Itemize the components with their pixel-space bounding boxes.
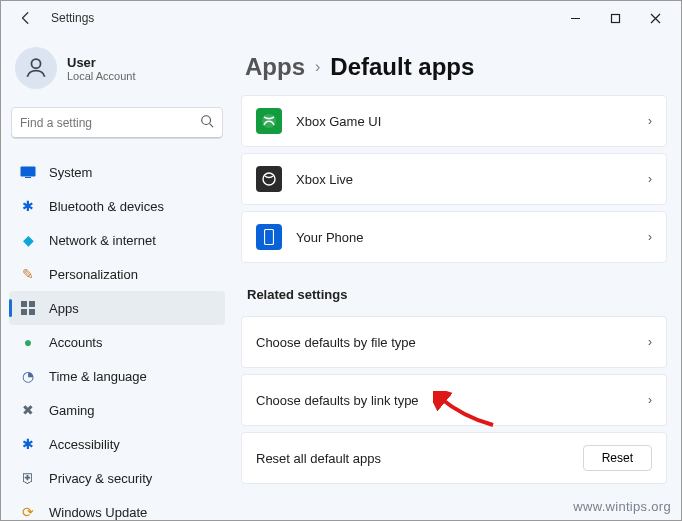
svg-rect-9 bbox=[21, 309, 27, 315]
avatar bbox=[15, 47, 57, 89]
close-button[interactable] bbox=[635, 4, 675, 32]
related-row-defaults-by-file-type[interactable]: Choose defaults by file type › bbox=[241, 316, 667, 368]
breadcrumb-parent[interactable]: Apps bbox=[245, 53, 305, 81]
watermark: www.wintips.org bbox=[573, 499, 671, 514]
sidebar-item-personalization[interactable]: ✎ Personalization bbox=[9, 257, 225, 291]
svg-rect-8 bbox=[29, 301, 35, 307]
sidebar-item-gaming[interactable]: ✖ Gaming bbox=[9, 393, 225, 427]
personalization-icon: ✎ bbox=[19, 265, 37, 283]
app-row-xbox-game-ui[interactable]: Xbox Game UI › bbox=[241, 95, 667, 147]
sidebar: User Local Account System ✱ Bluetooth & … bbox=[1, 35, 233, 520]
user-block[interactable]: User Local Account bbox=[9, 41, 225, 107]
sidebar-item-accounts[interactable]: ● Accounts bbox=[9, 325, 225, 359]
user-name: User bbox=[67, 55, 136, 70]
user-account-type: Local Account bbox=[67, 70, 136, 82]
breadcrumb: Apps › Default apps bbox=[241, 53, 681, 81]
sidebar-item-update[interactable]: ⟳ Windows Update bbox=[9, 495, 225, 520]
app-label: Xbox Game UI bbox=[296, 114, 648, 129]
search-input[interactable] bbox=[20, 116, 200, 130]
sidebar-item-label: Accessibility bbox=[49, 437, 120, 452]
app-label: Your Phone bbox=[296, 230, 648, 245]
related-settings-heading: Related settings bbox=[247, 287, 667, 302]
svg-rect-6 bbox=[25, 177, 31, 178]
related-label: Choose defaults by link type bbox=[256, 393, 648, 408]
search-icon bbox=[200, 114, 214, 132]
svg-point-12 bbox=[263, 173, 275, 185]
svg-point-3 bbox=[202, 116, 211, 125]
sidebar-item-label: Network & internet bbox=[49, 233, 156, 248]
app-row-xbox-live[interactable]: Xbox Live › bbox=[241, 153, 667, 205]
sidebar-item-label: Personalization bbox=[49, 267, 138, 282]
svg-rect-10 bbox=[29, 309, 35, 315]
window-title: Settings bbox=[51, 11, 94, 25]
maximize-button[interactable] bbox=[595, 4, 635, 32]
bluetooth-icon: ✱ bbox=[19, 197, 37, 215]
related-label: Choose defaults by file type bbox=[256, 335, 648, 350]
app-label: Xbox Live bbox=[296, 172, 648, 187]
reset-button[interactable]: Reset bbox=[583, 445, 652, 471]
nav-list: System ✱ Bluetooth & devices ◆ Network &… bbox=[9, 155, 225, 520]
svg-rect-13 bbox=[265, 230, 274, 245]
update-icon: ⟳ bbox=[19, 503, 37, 520]
sidebar-item-label: System bbox=[49, 165, 92, 180]
xbox-live-icon bbox=[256, 166, 282, 192]
main-content: Apps › Default apps Xbox Game UI › Xbox … bbox=[233, 35, 681, 520]
svg-rect-5 bbox=[21, 167, 36, 177]
related-row-defaults-by-link-type[interactable]: Choose defaults by link type › bbox=[241, 374, 667, 426]
sidebar-item-privacy[interactable]: ⛨ Privacy & security bbox=[9, 461, 225, 495]
sidebar-item-accessibility[interactable]: ✱ Accessibility bbox=[9, 427, 225, 461]
sidebar-item-system[interactable]: System bbox=[9, 155, 225, 189]
time-icon: ◔ bbox=[19, 367, 37, 385]
xbox-icon bbox=[256, 108, 282, 134]
sidebar-item-label: Privacy & security bbox=[49, 471, 152, 486]
accounts-icon: ● bbox=[19, 333, 37, 351]
sidebar-item-label: Time & language bbox=[49, 369, 147, 384]
sidebar-item-label: Windows Update bbox=[49, 505, 147, 520]
chevron-right-icon: › bbox=[648, 114, 652, 128]
sidebar-item-label: Apps bbox=[49, 301, 79, 316]
window-controls bbox=[555, 4, 675, 32]
minimize-button[interactable] bbox=[555, 4, 595, 32]
sidebar-item-network[interactable]: ◆ Network & internet bbox=[9, 223, 225, 257]
network-icon: ◆ bbox=[19, 231, 37, 249]
sidebar-item-time[interactable]: ◔ Time & language bbox=[9, 359, 225, 393]
titlebar: Settings bbox=[1, 1, 681, 35]
chevron-right-icon: › bbox=[315, 58, 320, 76]
svg-rect-7 bbox=[21, 301, 27, 307]
back-button[interactable] bbox=[15, 7, 37, 29]
privacy-icon: ⛨ bbox=[19, 469, 37, 487]
accessibility-icon: ✱ bbox=[19, 435, 37, 453]
system-icon bbox=[19, 163, 37, 181]
svg-rect-1 bbox=[611, 14, 619, 22]
search-box[interactable] bbox=[11, 107, 223, 139]
reset-label: Reset all default apps bbox=[256, 451, 583, 466]
svg-line-4 bbox=[210, 124, 214, 128]
sidebar-item-apps[interactable]: Apps bbox=[9, 291, 225, 325]
app-row-your-phone[interactable]: Your Phone › bbox=[241, 211, 667, 263]
chevron-right-icon: › bbox=[648, 172, 652, 186]
sidebar-item-bluetooth[interactable]: ✱ Bluetooth & devices bbox=[9, 189, 225, 223]
chevron-right-icon: › bbox=[648, 230, 652, 244]
chevron-right-icon: › bbox=[648, 335, 652, 349]
phone-icon bbox=[256, 224, 282, 250]
reset-defaults-row: Reset all default apps Reset bbox=[241, 432, 667, 484]
sidebar-item-label: Accounts bbox=[49, 335, 102, 350]
sidebar-item-label: Gaming bbox=[49, 403, 95, 418]
chevron-right-icon: › bbox=[648, 393, 652, 407]
svg-point-2 bbox=[31, 59, 40, 68]
apps-icon bbox=[19, 299, 37, 317]
gaming-icon: ✖ bbox=[19, 401, 37, 419]
page-title: Default apps bbox=[330, 53, 474, 81]
sidebar-item-label: Bluetooth & devices bbox=[49, 199, 164, 214]
